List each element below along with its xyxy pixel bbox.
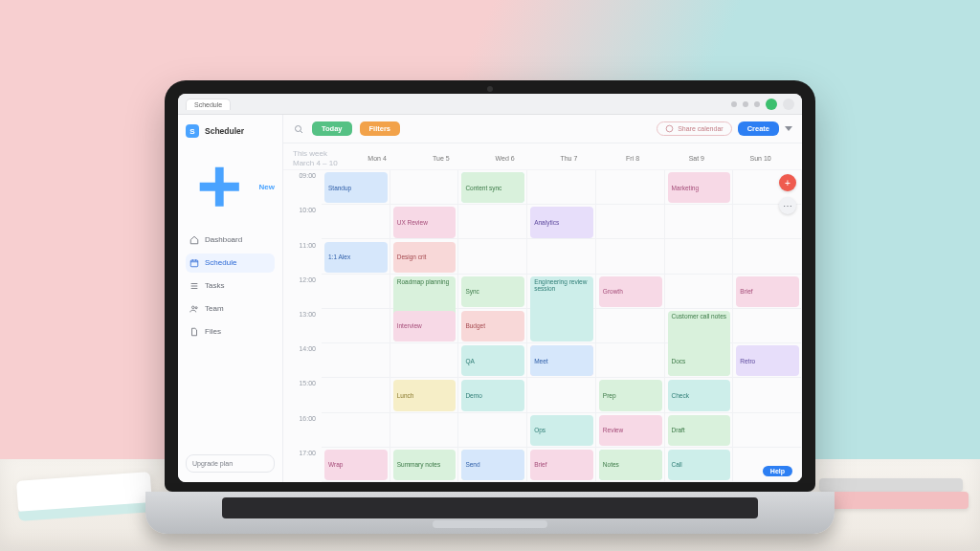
calendar-event[interactable]: 1:1 Alex [324, 242, 388, 273]
time-label: 12:00 [283, 275, 322, 309]
filters-button[interactable]: Filters [360, 121, 401, 136]
help-chip[interactable]: Help [763, 466, 792, 476]
share-button[interactable]: Share calendar [657, 121, 731, 136]
app-screen: Schedule S Scheduler [178, 94, 802, 482]
calendar-event[interactable]: Review [599, 415, 662, 446]
sidebar-item-dashboard[interactable]: Dashboard [186, 231, 275, 250]
calendar-event[interactable]: Analytics [530, 207, 593, 237]
toolbar-left: Today Filters [293, 121, 400, 136]
day-header-cell[interactable]: Fri 8 [601, 155, 665, 162]
day-header-cell[interactable]: Tue 5 [409, 155, 473, 162]
chrome-menu-icon[interactable] [783, 99, 794, 110]
calendar-event[interactable]: Standup [324, 172, 388, 203]
calendar-event[interactable]: Retro [736, 345, 799, 376]
time-label: 17:00 [283, 448, 322, 482]
today-button[interactable]: Today [312, 121, 352, 136]
calendar-event[interactable]: Brief [530, 450, 593, 480]
chrome-profile-avatar[interactable] [766, 99, 777, 110]
calendar-event[interactable]: QA [461, 345, 524, 376]
calendar-event[interactable]: Meet [530, 345, 593, 376]
chrome-ext-dot-1[interactable] [731, 101, 737, 107]
create-button[interactable]: Create [738, 121, 779, 136]
svg-point-3 [296, 125, 301, 131]
calendar-event[interactable]: Growth [599, 276, 662, 307]
chrome-left: Schedule [186, 99, 231, 110]
svg-point-4 [666, 125, 673, 132]
calendar-grid-wrap: 09:0010:0011:0012:0013:0014:0015:0016:00… [283, 170, 802, 482]
toolbar: Today Filters Share calendar Create [283, 115, 802, 143]
subheader: This week March 4 – 10 Mon 4Tue 5Wed 6Th… [283, 143, 802, 170]
share-label: Share calendar [678, 125, 723, 132]
calendar-event[interactable]: Prep [599, 380, 662, 410]
sidebar-new-button[interactable]: New [186, 153, 275, 221]
calendar-event[interactable]: Sync [461, 276, 524, 307]
file-icon [189, 327, 199, 337]
day-header-cell[interactable]: Mon 4 [345, 155, 410, 162]
users-icon [189, 304, 199, 314]
sidebar: S Scheduler New Dashboard [178, 115, 283, 482]
calendar-event[interactable]: Interview [393, 311, 457, 342]
calendar-grid[interactable]: + ⋯ StandupReviewContent syncMarketingUX… [322, 170, 802, 482]
day-header-cell[interactable]: Sun 10 [728, 155, 792, 162]
day-header-cell[interactable]: Wed 6 [473, 155, 537, 162]
list-icon [189, 281, 199, 291]
app-root: S Scheduler New Dashboard [178, 115, 802, 482]
day-header-row: Mon 4Tue 5Wed 6Thu 7Fri 8Sat 9Sun 10 [345, 155, 792, 162]
calendar-event[interactable]: Send [461, 450, 524, 480]
toolbar-right: Share calendar Create [657, 121, 792, 136]
plus-icon [186, 153, 254, 221]
calendar-event[interactable]: Draft [668, 415, 731, 446]
period-label: This week March 4 – 10 [293, 149, 338, 167]
time-label: 10:00 [283, 205, 322, 239]
calendar-event[interactable]: Call [668, 450, 731, 480]
calendar-event[interactable]: Summary notes [393, 450, 457, 480]
calendar-event[interactable]: Docs [668, 345, 731, 376]
sidebar-new-label: New [259, 183, 275, 191]
camera-dot [487, 86, 493, 92]
calendar-event[interactable]: Budget [461, 311, 524, 342]
time-label: 14:00 [283, 343, 322, 378]
laptop: Schedule S Scheduler [165, 80, 815, 534]
chrome-ext-dot-2[interactable] [743, 101, 748, 107]
day-header-cell[interactable]: Sat 9 [664, 155, 728, 162]
search-icon[interactable] [293, 123, 304, 135]
calendar-event[interactable]: Design crit [393, 242, 457, 273]
sidebar-item-label: Tasks [205, 281, 224, 290]
laptop-keyboard [145, 492, 835, 534]
calendar-event[interactable]: Marketing [668, 172, 731, 203]
calendar-event[interactable]: Brief [736, 276, 799, 307]
calendar-event[interactable]: Wrap [324, 450, 388, 480]
sidebar-item-label: Schedule [205, 258, 236, 267]
sidebar-item-files[interactable]: Files [186, 322, 275, 342]
scene: Schedule S Scheduler [0, 0, 980, 551]
brand-logo-icon: S [186, 124, 199, 138]
grid-side-actions: + ⋯ [779, 174, 796, 214]
calendar-event[interactable]: Lunch [393, 380, 457, 410]
svg-point-1 [192, 306, 195, 309]
calendar-event[interactable]: Content sync [461, 172, 524, 203]
sidebar-item-label: Dashboard [205, 235, 242, 244]
browser-tab[interactable]: Schedule [186, 99, 231, 110]
sidebar-item-label: Team [205, 304, 224, 313]
sidebar-item-tasks[interactable]: Tasks [186, 276, 275, 296]
time-label: 16:00 [283, 413, 322, 448]
brand[interactable]: S Scheduler [186, 124, 275, 138]
more-actions-fab[interactable]: ⋯ [779, 197, 796, 214]
day-header-cell[interactable]: Thu 7 [537, 155, 601, 162]
calendar-event[interactable]: Demo [461, 380, 524, 410]
calendar-event[interactable]: Engineering review session [530, 276, 593, 342]
calendar-event[interactable]: Ops [530, 415, 593, 446]
sidebar-upgrade-card[interactable]: Upgrade plan [186, 454, 275, 473]
add-event-fab[interactable]: + [779, 174, 796, 191]
chevron-down-icon[interactable] [785, 126, 792, 131]
link-icon [665, 124, 674, 133]
sidebar-item-team[interactable]: Team [186, 299, 275, 319]
chrome-ext-dot-3[interactable] [754, 101, 760, 107]
calendar-event[interactable]: Check [668, 380, 731, 410]
brand-name: Scheduler [205, 126, 244, 136]
calendar-event[interactable]: UX Review [393, 207, 457, 237]
calendar-event[interactable]: Notes [599, 450, 662, 480]
svg-rect-0 [190, 260, 198, 267]
main: Today Filters Share calendar Create [283, 115, 802, 482]
sidebar-item-schedule[interactable]: Schedule [186, 253, 275, 273]
